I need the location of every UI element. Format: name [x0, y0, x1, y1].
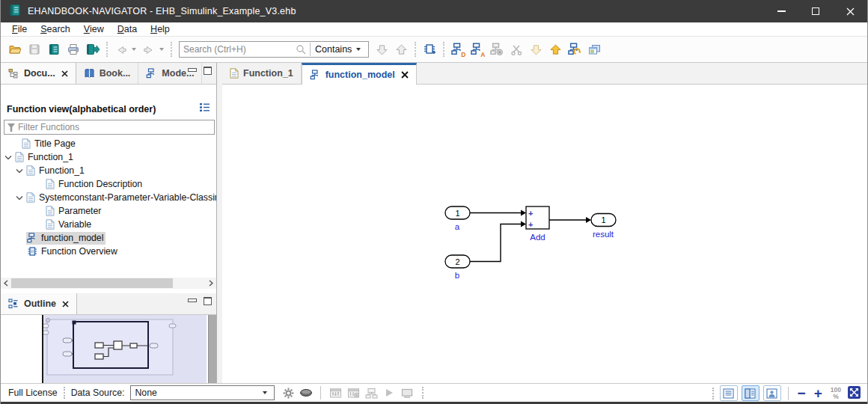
model-data-button[interactable]: D [448, 40, 468, 59]
tab-function-model[interactable]: function_model [302, 63, 417, 85]
tree-item-function-1[interactable]: Function_1 [1, 150, 216, 164]
fit-to-screen-button[interactable] [847, 385, 861, 402]
experiment-button[interactable] [362, 385, 380, 401]
inport-a-block[interactable]: 1 a [445, 206, 470, 231]
printer-icon [67, 43, 80, 56]
panel-minimize-icon[interactable] [188, 297, 196, 304]
outline-scrollbar[interactable] [208, 315, 216, 383]
tree-item-function-description[interactable]: Function Description [1, 177, 216, 191]
minimize-button[interactable] [764, 0, 798, 22]
tab-bookmarks[interactable]: Book... [76, 63, 139, 84]
chevron-down-icon[interactable] [16, 195, 23, 201]
filter-functions-input[interactable] [18, 121, 214, 133]
up-arrow-icon [395, 43, 408, 56]
tree-item-function-overview[interactable]: Function Overview [1, 245, 216, 258]
collapse-down-button[interactable] [526, 40, 545, 59]
menu-search[interactable]: Search [34, 23, 77, 35]
tree-item-function-1-child[interactable]: Function_1 [1, 164, 216, 177]
maximize-button[interactable] [798, 0, 833, 22]
calibration-close-button[interactable] [344, 385, 362, 401]
close-icon[interactable] [62, 301, 69, 307]
ecu-button[interactable] [297, 385, 315, 401]
tree-item-variable[interactable]: Variable [1, 218, 216, 231]
view-options-icon[interactable] [199, 102, 210, 114]
menu-data[interactable]: Data [111, 23, 144, 35]
chip-icon [27, 246, 37, 257]
editor-tab-bar: Function_1 function_model [222, 63, 868, 85]
zoom-in-button[interactable]: + [812, 386, 825, 400]
forward-button[interactable] [139, 40, 159, 59]
model-hide-button[interactable] [487, 40, 507, 59]
outport-result-block[interactable]: 1 result [591, 214, 616, 239]
svg-text:+: + [528, 220, 533, 229]
close-icon[interactable] [401, 71, 409, 79]
single-page-view-button[interactable] [720, 385, 738, 401]
outline-icon [8, 299, 19, 309]
inport-b-block[interactable]: 2 b [445, 255, 470, 280]
cut-connections-button[interactable] [507, 40, 526, 59]
panel-maximize-icon[interactable] [204, 67, 212, 75]
save-button[interactable] [25, 40, 44, 59]
scroll-right-icon[interactable] [206, 280, 216, 287]
window-title: EHANDBOOK-NAVIGATOR - EHB_Simulink_Examp… [28, 6, 296, 16]
zoom-level[interactable]: 100 % [828, 387, 843, 400]
tree-item-function-model[interactable]: function_model [1, 231, 216, 245]
tab-function-model-label: function_model [326, 70, 395, 80]
chevron-down-icon[interactable] [16, 168, 23, 174]
menu-view[interactable]: View [77, 23, 111, 35]
model-glyph-icon [27, 233, 37, 243]
data-source-value: None [135, 388, 156, 398]
chevron-down-icon[interactable] [4, 155, 12, 160]
jump-down-button[interactable] [372, 40, 391, 59]
main-area: Function_1 function_model 1 a 2 [222, 63, 868, 383]
model-labels-button[interactable]: A [468, 40, 487, 59]
sum-block[interactable]: + + Add [526, 206, 549, 242]
data-source-label: Data Source: [71, 388, 125, 398]
tab-documents[interactable]: Docu... [1, 63, 76, 84]
stop-button[interactable] [398, 385, 416, 401]
open-file-button[interactable] [5, 40, 25, 59]
model-canvas[interactable]: 1 a 2 b [222, 85, 868, 383]
jump-up-button[interactable] [391, 40, 411, 59]
split-view-button[interactable] [742, 385, 760, 401]
settings-button[interactable] [279, 385, 297, 401]
tree-item-systemconstant[interactable]: Systemconstant-Parameter-Variable-Classi… [1, 191, 216, 204]
panel-minimize-icon[interactable] [188, 67, 196, 74]
scrollbar-thumb[interactable] [11, 278, 173, 288]
calibration-window-button[interactable] [326, 385, 344, 401]
match-mode-dropdown[interactable]: Contains [314, 44, 368, 55]
scroll-left-icon[interactable] [1, 280, 11, 287]
forward-dropdown-icon[interactable] [159, 48, 164, 51]
data-source-dropdown[interactable]: None [130, 385, 275, 400]
outline-thumbnail[interactable] [43, 315, 207, 383]
svg-text:+: + [528, 209, 533, 218]
tab-function-1[interactable]: Function_1 [222, 63, 302, 84]
tab-outline[interactable]: Outline [1, 293, 77, 314]
panel-maximize-icon[interactable] [204, 297, 212, 305]
refresh-model-button[interactable] [565, 40, 584, 59]
menu-file[interactable]: File [5, 23, 34, 35]
tree-item-title-page[interactable]: Title Page [1, 137, 216, 150]
open-ebook-button[interactable] [44, 40, 64, 59]
function-tree: Title Page Function_1 Function_1 Functio… [1, 137, 216, 258]
close-icon[interactable] [61, 70, 68, 77]
close-button[interactable] [833, 0, 867, 22]
run-button[interactable] [380, 385, 398, 401]
search-input[interactable] [180, 43, 296, 56]
back-dropdown-icon[interactable] [132, 48, 136, 51]
contact-view-button[interactable] [763, 385, 781, 401]
export-ebook-button[interactable] [83, 40, 103, 59]
zoom-out-button[interactable]: − [795, 386, 808, 400]
tree-horizontal-scrollbar[interactable] [1, 278, 216, 289]
print-button[interactable] [64, 40, 83, 59]
back-button[interactable] [111, 40, 131, 59]
svg-text:1: 1 [455, 209, 459, 218]
svg-text:2: 2 [455, 257, 459, 266]
menu-help[interactable]: Help [144, 23, 177, 35]
add-model-view-button[interactable] [420, 40, 439, 59]
match-mode-value: Contains [315, 44, 352, 55]
tree-item-parameter[interactable]: Parameter [1, 204, 216, 218]
expand-up-button[interactable] [545, 40, 565, 59]
cascade-windows-button[interactable] [584, 40, 604, 59]
panel-splitter[interactable] [217, 63, 222, 383]
